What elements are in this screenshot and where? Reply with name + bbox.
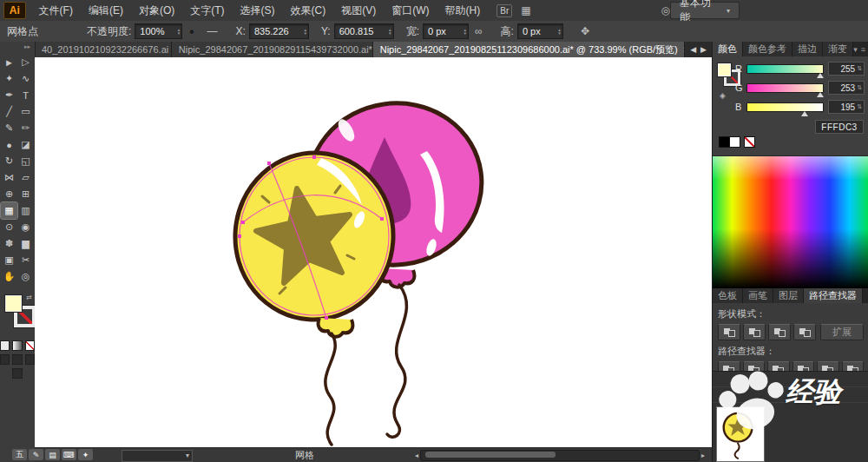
app-logo-icon[interactable]: Ai — [3, 2, 26, 19]
menu-item[interactable]: 窗口(W) — [384, 0, 437, 21]
expand-button[interactable]: 扩展 — [820, 324, 864, 340]
paintbrush-tool[interactable]: ✎ — [1, 120, 17, 136]
white-swatch[interactable] — [729, 136, 740, 148]
selection-tool[interactable]: ► — [1, 54, 17, 70]
draw-normal-button[interactable] — [0, 354, 10, 365]
channel-slider[interactable] — [746, 102, 824, 112]
color-mode-button[interactable] — [0, 340, 10, 351]
workspace-switcher[interactable]: 基本功能 ▾ — [670, 2, 740, 19]
panel-tab[interactable]: 图层 — [773, 288, 804, 303]
slice-tool[interactable]: ✂ — [17, 252, 34, 268]
lasso-tool[interactable]: ∿ — [17, 70, 34, 87]
ime-board-icon[interactable]: ▤ — [45, 449, 60, 460]
zoom-tool[interactable]: ◎ — [17, 268, 34, 285]
shape-mode-intersect-button[interactable] — [768, 324, 791, 340]
panel-tab[interactable]: 颜色参考 — [743, 42, 792, 56]
artboard-tool[interactable]: ▣ — [1, 252, 17, 268]
spinner-icon[interactable]: ⇅ — [857, 103, 862, 110]
artwork-thumbnail[interactable] — [716, 406, 765, 462]
free-transform-tool[interactable]: ▱ — [17, 169, 34, 186]
hex-value-input[interactable]: FFFDC3 — [815, 120, 864, 134]
arrange-documents-icon[interactable]: ▦ — [521, 4, 530, 16]
y-input[interactable]: 600.815 ▴▾ — [334, 23, 394, 39]
menu-item[interactable]: 视图(V) — [333, 0, 384, 21]
channel-slider[interactable] — [746, 64, 824, 74]
menu-item[interactable]: 编辑(E) — [81, 0, 131, 21]
color-spectrum[interactable] — [713, 155, 868, 288]
menu-item[interactable]: 选择(S) — [233, 0, 283, 21]
shape-builder-tool[interactable]: ⊕ — [1, 186, 17, 202]
transform-icon[interactable]: ✥ — [581, 25, 589, 37]
horizontal-scrollbar[interactable]: ◂ ▸ — [415, 450, 705, 461]
width-input[interactable]: 0 px ▴▾ — [423, 23, 469, 39]
pencil-tool[interactable]: ✏ — [17, 120, 34, 136]
direct-selection-tool[interactable]: ▷ — [17, 54, 34, 70]
shape-mode-unite-button[interactable] — [718, 324, 740, 340]
scrollbar-thumb[interactable] — [425, 452, 556, 458]
channel-value-input[interactable]: 255⇅ — [828, 62, 865, 76]
ime-pen-icon[interactable]: ✎ — [29, 449, 43, 460]
symbol-sprayer-tool[interactable]: ✽ — [1, 235, 17, 252]
perspective-grid-tool[interactable]: ⊞ — [17, 186, 34, 202]
slider-thumb-icon[interactable] — [817, 92, 824, 97]
panel-row[interactable] — [713, 387, 868, 403]
width-tool[interactable]: ⋈ — [1, 169, 17, 186]
spinner-icon[interactable]: ▴▾ — [178, 28, 181, 35]
panel-collapse-icon[interactable]: ▾ — [853, 45, 858, 54]
gradient-tool[interactable]: ▥ — [17, 202, 34, 219]
document-tab[interactable]: Nipic_29842067_20190829115439732000.ai* — [172, 42, 373, 57]
eraser-tool[interactable]: ◪ — [17, 136, 34, 153]
blob-brush-tool[interactable]: ● — [1, 136, 17, 153]
panel-menu-icon[interactable]: ≡ — [861, 45, 865, 54]
spinner-icon[interactable]: ▴▾ — [389, 28, 391, 35]
column-graph-tool[interactable]: ▆ — [17, 235, 34, 252]
slider-thumb-icon[interactable] — [801, 111, 808, 116]
slider-thumb-icon[interactable] — [817, 73, 824, 78]
channel-value-input[interactable]: 253⇅ — [828, 81, 865, 95]
panel-tab[interactable]: 渐变 — [823, 42, 853, 56]
screen-mode-button[interactable] — [12, 368, 23, 379]
dock-right-icon[interactable]: ▶ — [700, 45, 707, 54]
eyedropper-tool[interactable]: ⊙ — [1, 219, 17, 235]
menu-item[interactable]: 效果(C) — [283, 0, 334, 21]
scale-tool[interactable]: ◱ — [17, 153, 34, 169]
fill-swatch[interactable] — [5, 295, 22, 312]
swap-fill-stroke-icon[interactable]: ⇄ — [26, 294, 32, 301]
pen-tool[interactable]: ✒ — [1, 87, 17, 103]
panel-tab[interactable]: 描边 — [792, 42, 823, 56]
spinner-icon[interactable]: ▴▾ — [304, 28, 306, 35]
none-swatch[interactable] — [744, 136, 755, 148]
line-segment-tool[interactable]: ╱ — [1, 103, 17, 120]
panel-tab[interactable]: 色板 — [713, 288, 743, 303]
opacity-input[interactable]: 100% ▴▾ — [135, 23, 182, 39]
rectangle-tool[interactable]: ▭ — [17, 103, 34, 120]
search-icon[interactable]: ◎ — [661, 4, 670, 16]
channel-slider[interactable] — [746, 83, 824, 93]
magic-wand-tool[interactable]: ✦ — [1, 70, 17, 87]
panel-row[interactable] — [713, 372, 868, 387]
spinner-icon[interactable]: ▴▾ — [464, 28, 466, 35]
scroll-left-icon[interactable]: ◂ — [415, 452, 418, 459]
panel-tab[interactable]: 画笔 — [743, 288, 773, 303]
menu-item[interactable]: 文字(T) — [182, 0, 232, 21]
ime-keyboard-icon[interactable]: ⌨ — [62, 449, 76, 460]
collapse-toolbar-icon[interactable]: ▸▸ — [0, 42, 35, 54]
spinner-icon[interactable]: ⇅ — [857, 84, 862, 91]
scroll-right-icon[interactable]: ▸ — [701, 452, 705, 459]
none-mode-button[interactable] — [25, 340, 35, 351]
bridge-icon[interactable]: Br — [496, 4, 512, 17]
brush-definition-icon[interactable]: — — [207, 25, 218, 37]
ime-settings-icon[interactable]: ✦ — [78, 449, 93, 460]
mesh-tool[interactable]: ▦ — [1, 202, 17, 219]
channel-value-input[interactable]: 195⇅ — [828, 100, 865, 114]
menu-item[interactable]: 文件(F) — [31, 0, 81, 21]
panel-tab[interactable]: 路径查找器 — [804, 288, 863, 303]
blend-tool[interactable]: ◉ — [17, 219, 34, 235]
link-dimensions-icon[interactable]: ∞ — [475, 25, 483, 37]
gradient-mode-button[interactable] — [12, 340, 22, 351]
spinner-icon[interactable]: ▴▾ — [558, 28, 561, 35]
menu-item[interactable]: 帮助(H) — [437, 0, 489, 21]
style-icon[interactable]: ● — [188, 25, 194, 37]
document-tab[interactable]: 40_2019102109232266676.ai — [35, 42, 172, 57]
spinner-icon[interactable]: ⇅ — [857, 65, 862, 72]
